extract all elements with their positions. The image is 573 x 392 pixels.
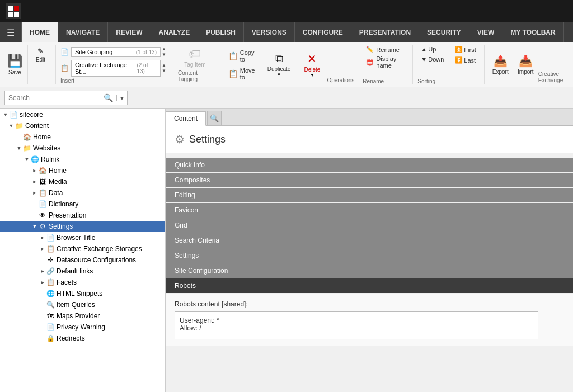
menu-item-publish[interactable]: PUBLISH: [198, 22, 244, 42]
tree-arrow-facets[interactable]: [39, 279, 46, 286]
site-grouping-dropdown[interactable]: Site Grouping (1 of 13): [71, 47, 161, 57]
tree-item-websites[interactable]: 📁 Websites: [0, 143, 165, 154]
sort-section-label: Sorting: [417, 78, 479, 84]
tree-item-browser-title[interactable]: 📄 Browser Title: [0, 232, 165, 243]
last-button[interactable]: ⏬ Last: [452, 55, 479, 65]
maps-provider-icon: 🗺: [46, 311, 55, 320]
section-grid[interactable]: Grid: [166, 218, 573, 233]
menu-item-security[interactable]: SECURITY: [419, 22, 469, 42]
search-submit-button[interactable]: 🔍: [100, 93, 116, 102]
section-search-criteria[interactable]: Search Criteria: [166, 233, 573, 248]
section-composites[interactable]: Composites: [166, 173, 573, 187]
tree-item-presentation[interactable]: 👁 Presentation: [0, 210, 165, 221]
menu-item-navigate[interactable]: NAVIGATE: [58, 22, 108, 42]
tree-item-redirects[interactable]: 🔒 Redirects: [0, 333, 165, 344]
search-dropdown-button[interactable]: ▼: [116, 95, 127, 101]
tree-arrow-sitecore[interactable]: [2, 111, 9, 118]
tree-item-default-links[interactable]: 🔗 Default links: [0, 266, 165, 277]
menu-item-home[interactable]: HOME: [22, 22, 58, 42]
tree-item-data[interactable]: 📋 Data: [0, 187, 165, 199]
menu-item-configure[interactable]: CONFIGURE: [295, 22, 351, 42]
tree-item-facets[interactable]: 📋 Facets: [0, 277, 165, 288]
tree-arrow-data[interactable]: [31, 190, 38, 196]
tab-search[interactable]: 🔍: [207, 111, 222, 125]
menu-item-review[interactable]: REVIEW: [108, 22, 151, 42]
creative-exchange-icon: 📋: [46, 244, 55, 253]
tree-item-dictionary[interactable]: 📄 Dictionary: [0, 199, 165, 210]
import-button[interactable]: 📥 Import: [513, 45, 538, 84]
menu-item-presentation[interactable]: PRESENTATION: [351, 22, 419, 42]
duplicate-button[interactable]: ⧉ Duplicate ▼: [263, 50, 295, 79]
move-to-button[interactable]: 📋 Move to: [225, 66, 259, 82]
search-input[interactable]: [5, 94, 100, 102]
tree-item-rulnik-home[interactable]: 🏠 Home: [0, 165, 165, 176]
tree-item-rulnik[interactable]: 🌐 Rulnik: [0, 154, 165, 165]
tree-arrow-rulnik[interactable]: [24, 156, 30, 163]
search-bar: 🔍 ▼: [0, 87, 573, 109]
first-button[interactable]: ⏫ First: [452, 45, 479, 54]
tree-item-settings[interactable]: ⚙ Settings: [0, 221, 165, 232]
section-quick-info[interactable]: Quick Info: [166, 158, 573, 172]
tree-arrow-browser-title[interactable]: [39, 234, 46, 241]
section-site-configuration[interactable]: Site Configuration: [166, 263, 573, 278]
section-settings[interactable]: Settings: [166, 248, 573, 263]
top-bar: [0, 0, 573, 22]
edit-button[interactable]: ✎ Edit: [28, 45, 53, 65]
last-icon: ⏬: [455, 56, 463, 64]
tree-label-item-queries: Item Queries: [57, 301, 95, 309]
tree-arrow-default-links[interactable]: [39, 268, 46, 275]
tree-arrow-rulnik-home[interactable]: [31, 167, 38, 174]
tree-label-datasource: Datasource Configurations: [57, 256, 136, 264]
nav-down-1[interactable]: ▼: [162, 52, 166, 58]
delete-button[interactable]: ✕ Delete ▼: [299, 50, 325, 80]
nav-up-1[interactable]: ▲: [162, 46, 166, 52]
menu-item-versions[interactable]: VERSIONS: [244, 22, 295, 42]
datasource-icon: ✛: [46, 256, 55, 265]
copy-to-button[interactable]: 📋 Copy to: [225, 48, 259, 64]
tree-arrow-content[interactable]: [8, 122, 15, 129]
tree-item-privacy-warning[interactable]: 📄 Privacy Warning: [0, 322, 165, 333]
exchange-group: 📤 Export 📥 Import Creative Exchange: [485, 45, 573, 84]
nav-down-2[interactable]: ▼: [162, 68, 166, 74]
section-favicon-label: Favicon: [175, 206, 198, 214]
tree-arrow-media[interactable]: [31, 178, 38, 185]
tree-arrow-creative-exchange[interactable]: [39, 245, 46, 252]
tab-content[interactable]: Content: [166, 111, 206, 126]
content-tree: 📄 sitecore 📁 Content 🏠 Home 📁 Websites 🌐…: [0, 109, 166, 392]
tree-item-media[interactable]: 🖼 Media: [0, 176, 165, 187]
tree-item-creative-exchange[interactable]: 📋 Creative Exchange Storages: [0, 243, 165, 254]
websites-icon: 📁: [22, 144, 31, 153]
tree-item-datasource[interactable]: ✛ Datasource Configurations: [0, 254, 165, 266]
tree-item-home[interactable]: 🏠 Home: [0, 131, 165, 143]
tree-item-content[interactable]: 📁 Content: [0, 120, 165, 131]
move-icon: 📋: [228, 69, 238, 78]
tree-arrow-websites[interactable]: [16, 145, 22, 152]
hamburger-menu[interactable]: ☰: [0, 22, 22, 42]
section-favicon[interactable]: Favicon: [166, 203, 573, 218]
tree-item-item-queries[interactable]: 🔍 Item Queries: [0, 299, 165, 310]
menu-item-mytoolbar[interactable]: MY TOOLBAR: [502, 22, 563, 42]
tree-arrow-settings[interactable]: [31, 223, 38, 230]
menu-item-analyze[interactable]: ANALYZE: [151, 22, 199, 42]
section-editing[interactable]: Editing: [166, 188, 573, 202]
nav-up-2[interactable]: ▲: [162, 63, 166, 68]
menu-item-view[interactable]: VIEW: [469, 22, 503, 42]
down-button[interactable]: ▼ Down: [417, 55, 447, 64]
up-button[interactable]: ▲ Up: [417, 45, 447, 54]
tree-item-html-snippets[interactable]: 🌐 HTML Snippets: [0, 288, 165, 299]
display-name-button[interactable]: 📛 Display name: [363, 54, 408, 70]
section-robots[interactable]: Robots: [166, 278, 573, 293]
sort-group: ▲ Up ▼ Down ⏫ First ⏬ Last Sorting: [413, 45, 484, 84]
app-logo: [6, 3, 21, 19]
tree-item-sitecore[interactable]: 📄 sitecore: [0, 109, 165, 120]
rename-button[interactable]: ✏️ Rename: [363, 45, 408, 54]
save-button[interactable]: 💾 Save: [2, 45, 27, 84]
export-button[interactable]: 📤 Export: [488, 45, 513, 84]
import-icon: 📥: [519, 54, 533, 68]
default-links-icon: 🔗: [46, 267, 55, 276]
tag-icon: 🏷: [189, 47, 201, 62]
tree-label-html-snippets: HTML Snippets: [57, 290, 102, 297]
creative-exchange-dropdown[interactable]: Creative Exchange St... (2 of 13): [71, 60, 161, 77]
export-icon: 📤: [494, 54, 508, 68]
tree-item-maps-provider[interactable]: 🗺 Maps Provider: [0, 310, 165, 322]
